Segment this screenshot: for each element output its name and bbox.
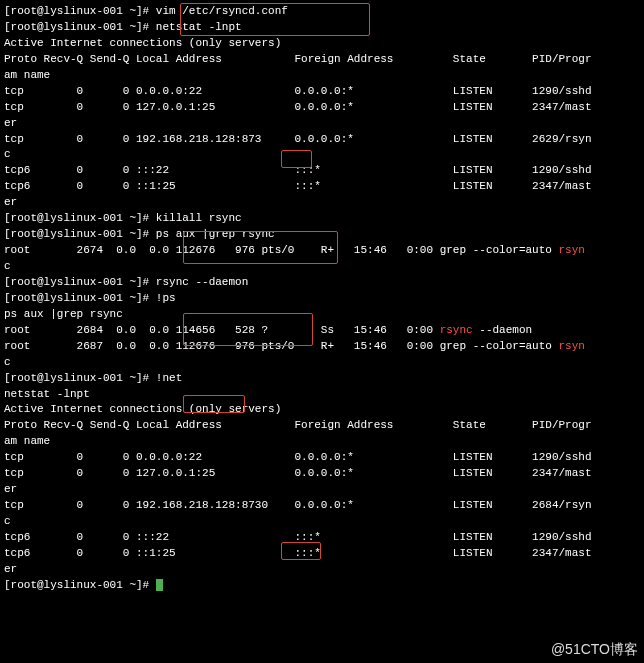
output-line: tcp 0 0 192.168.218.128:873 0.0.0.0:* LI…	[4, 133, 592, 145]
command-text[interactable]: !ps	[156, 292, 176, 304]
output-line: tcp 0 0 192.168.218.128:8730 0.0.0.0:* L…	[4, 499, 592, 511]
output-line: er	[4, 196, 17, 208]
highlight-rsync: rsyn	[559, 340, 585, 352]
ps-output-line: root 2687 0.0 0.0 112676 976 pts/0 R+ 15…	[4, 340, 585, 352]
output-line: Active Internet connections (only server…	[4, 403, 281, 415]
ps-output-line: c	[4, 356, 11, 368]
output-line: tcp6 0 0 ::1:25 :::* LISTEN 2347/mast	[4, 180, 592, 192]
output-line: ps aux |grep rsync	[4, 308, 123, 320]
output-line: tcp 0 0 127.0.0.1:25 0.0.0.0:* LISTEN 23…	[4, 101, 592, 113]
shell-prompt: [root@lyslinux-001 ~]#	[4, 212, 156, 224]
output-line: am name	[4, 435, 50, 447]
ps-output-line: c	[4, 260, 11, 272]
output-line: tcp 0 0 0.0.0.0:22 0.0.0.0:* LISTEN 1290…	[4, 85, 592, 97]
output-line: c	[4, 515, 11, 527]
command-text[interactable]: ps aux |grep rsync	[156, 228, 275, 240]
output-line: am name	[4, 69, 50, 81]
output-line: tcp 0 0 127.0.0.1:25 0.0.0.0:* LISTEN 23…	[4, 467, 592, 479]
output-line: Proto Recv-Q Send-Q Local Address Foreig…	[4, 53, 592, 65]
command-text[interactable]: rsync --daemon	[156, 276, 248, 288]
output-line: c	[4, 148, 11, 160]
watermark-text: @51CTO博客	[551, 639, 638, 659]
command-text[interactable]: !net	[156, 372, 182, 384]
output-line: er	[4, 563, 17, 575]
shell-prompt: [root@lyslinux-001 ~]#	[4, 276, 156, 288]
output-line: tcp6 0 0 ::1:25 :::* LISTEN 2347/mast	[4, 547, 592, 559]
shell-prompt: [root@lyslinux-001 ~]#	[4, 579, 156, 591]
output-line: er	[4, 483, 17, 495]
shell-prompt: [root@lyslinux-001 ~]#	[4, 21, 156, 33]
terminal-output: [root@lyslinux-001 ~]# vim /etc/rsyncd.c…	[4, 4, 640, 594]
shell-prompt: [root@lyslinux-001 ~]#	[4, 292, 156, 304]
command-text[interactable]: killall rsync	[156, 212, 242, 224]
output-line: tcp6 0 0 :::22 :::* LISTEN 1290/sshd	[4, 164, 592, 176]
output-line: tcp 0 0 0.0.0.0:22 0.0.0.0:* LISTEN 1290…	[4, 451, 592, 463]
ps-output-line: root 2674 0.0 0.0 112676 976 pts/0 R+ 15…	[4, 244, 585, 256]
command-text[interactable]: netstat -lnpt	[156, 21, 242, 33]
output-line: netstat -lnpt	[4, 388, 90, 400]
cursor	[156, 579, 163, 591]
shell-prompt: [root@lyslinux-001 ~]#	[4, 5, 156, 17]
output-line: tcp6 0 0 :::22 :::* LISTEN 1290/sshd	[4, 531, 592, 543]
ps-output-line: root 2684 0.0 0.0 114656 528 ? Ss 15:46 …	[4, 324, 532, 336]
output-line: Proto Recv-Q Send-Q Local Address Foreig…	[4, 419, 592, 431]
highlight-rsync: rsyn	[559, 244, 585, 256]
shell-prompt: [root@lyslinux-001 ~]#	[4, 228, 156, 240]
shell-prompt: [root@lyslinux-001 ~]#	[4, 372, 156, 384]
command-text[interactable]: vim /etc/rsyncd.conf	[156, 5, 288, 17]
output-line: er	[4, 117, 17, 129]
output-line: Active Internet connections (only server…	[4, 37, 281, 49]
highlight-rsync: rsync	[440, 324, 473, 336]
